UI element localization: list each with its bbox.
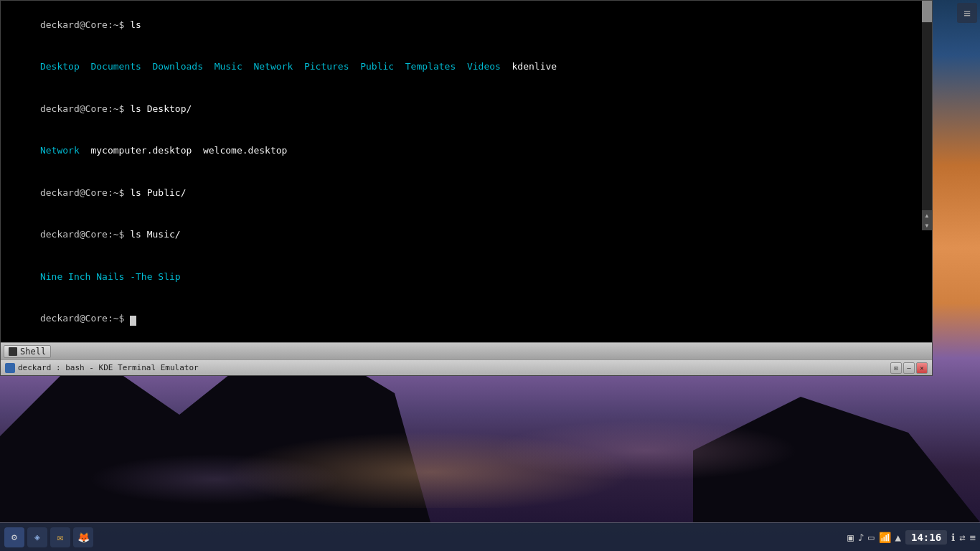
terminal-line-6: deckard@Core:~$ ls Music/ (6, 214, 926, 256)
wifi-tray-icon[interactable]: 📶 (879, 532, 891, 543)
kde-logo-icon: ⚙ (11, 532, 17, 542)
titlebar-minimize-button[interactable]: – (903, 362, 915, 374)
terminal-line-4-desktop-output: Network mycomputer.desktop welcome.deskt… (6, 130, 926, 172)
ls-dir-Videos: Videos (467, 61, 501, 72)
info-tray-icon[interactable]: ℹ (951, 532, 955, 543)
firefox-icon[interactable]: 🦊 (73, 527, 93, 547)
prompt-3: deckard@Core:~$ (40, 103, 130, 114)
command-6: ls Music/ (130, 229, 180, 240)
terminal-titlebar: deckard : bash - KDE Terminal Emulator ⊡… (1, 359, 932, 375)
terminal-window: deckard@Core:~$ ls Desktop Documents Dow… (0, 0, 933, 376)
taskbar-menu-icon[interactable]: ≡ (970, 532, 976, 543)
kde-app-launcher[interactable]: ⚙ (4, 527, 24, 547)
terminal-line-2-ls-output: Desktop Documents Downloads Music Networ… (6, 46, 926, 88)
scrollbar-down-arrow[interactable]: ▼ (922, 220, 932, 230)
ls-file-kdenlive: kdenlive (512, 61, 557, 72)
titlebar-restore-button[interactable]: ⊡ (890, 362, 902, 374)
ls-dir-Downloads: Downloads (153, 61, 203, 72)
tray-expand-arrow[interactable]: ▲ (895, 532, 901, 543)
terminal-line-1: deckard@Core:~$ ls (6, 4, 926, 46)
ls-dir-Pictures: Pictures (304, 61, 349, 72)
titlebar-left: deckard : bash - KDE Terminal Emulator (5, 363, 199, 373)
terminal-scrollbar[interactable]: ▲ ▼ (922, 1, 932, 230)
shell-tab-icon (9, 347, 17, 356)
terminal-content[interactable]: deckard@Core:~$ ls Desktop Documents Dow… (1, 1, 932, 342)
prompt-6: deckard@Core:~$ (40, 229, 130, 240)
kde-taskbar: ⚙ ◈ ✉ 🦊 ▣ ♪ ▭ 📶 ▲ 14:16 ℹ ⇄ ≡ (0, 522, 980, 551)
titlebar-close-button[interactable]: ✕ (916, 362, 928, 374)
titlebar-controls: ⊡ – ✕ (890, 362, 928, 374)
ls-dir-Templates: Templates (405, 61, 456, 72)
desktop-item-welcome: welcome.desktop (203, 145, 287, 156)
ls-dir-Public: Public (360, 61, 394, 72)
minimize-icon: – (907, 364, 910, 372)
ls-dir-Documents: Documents (90, 61, 141, 72)
desktop-item-Network: Network (40, 145, 80, 156)
prompt-1: deckard@Core:~$ (40, 19, 130, 30)
close-icon: ✕ (920, 364, 923, 372)
ls-dir-Music: Music (215, 61, 242, 72)
command-3: ls Desktop/ (130, 103, 192, 114)
ls-dir-Desktop: Desktop (40, 61, 80, 72)
terminal-title-text: deckard : bash - KDE Terminal Emulator (18, 363, 199, 372)
layout-tray-icon[interactable]: ⇄ (959, 532, 965, 543)
firefox-logo-icon: 🦊 (77, 532, 90, 543)
scrollbar-thumb[interactable] (922, 1, 932, 22)
battery-tray-icon[interactable]: ▭ (868, 532, 874, 543)
terminal-shell-taskbar: Shell (1, 342, 932, 359)
shell-tab-label: Shell (20, 347, 46, 357)
restore-icon: ⊡ (894, 364, 897, 372)
email-icon: ✉ (57, 532, 63, 543)
system-tray: ▣ ♪ ▭ 📶 ▲ 14:16 ℹ ⇄ ≡ (847, 530, 976, 545)
clouds-layer (0, 364, 980, 508)
prompt-5: deckard@Core:~$ (40, 187, 130, 198)
scrollbar-up-arrow[interactable]: ▲ (922, 210, 932, 220)
volume-tray-icon[interactable]: ♪ (858, 532, 864, 543)
screen-tray-icon[interactable]: ▣ (847, 532, 853, 543)
clock-time: 14:16 (911, 532, 941, 543)
command-1: ls (130, 19, 141, 30)
terminal-line-3: deckard@Core:~$ ls Desktop/ (6, 88, 926, 130)
thunderbird-icon[interactable]: ✉ (50, 527, 70, 547)
prompt-8: deckard@Core:~$ (40, 313, 130, 324)
system-clock[interactable]: 14:16 (905, 530, 947, 545)
music-item-nin: Nine Inch Nails -The Slip (40, 271, 181, 282)
terminal-line-8-prompt: deckard@Core:~$ (6, 298, 926, 340)
ls-dir-Network: Network (253, 61, 293, 72)
command-5: ls Public/ (130, 187, 186, 198)
network-manager-icon[interactable]: ◈ (27, 527, 47, 547)
menu-lines-icon: ≡ (963, 6, 971, 20)
shell-tab[interactable]: Shell (4, 345, 51, 358)
terminal-title-icon (5, 363, 15, 373)
kde-topright-menu-button[interactable]: ≡ (957, 3, 977, 23)
terminal-line-5: deckard@Core:~$ ls Public/ (6, 171, 926, 214)
network-icon: ◈ (34, 532, 40, 542)
terminal-cursor (130, 316, 136, 326)
terminal-line-7-music-output: Nine Inch Nails -The Slip (6, 255, 926, 298)
desktop-item-mycomputer: mycomputer.desktop (90, 145, 192, 156)
